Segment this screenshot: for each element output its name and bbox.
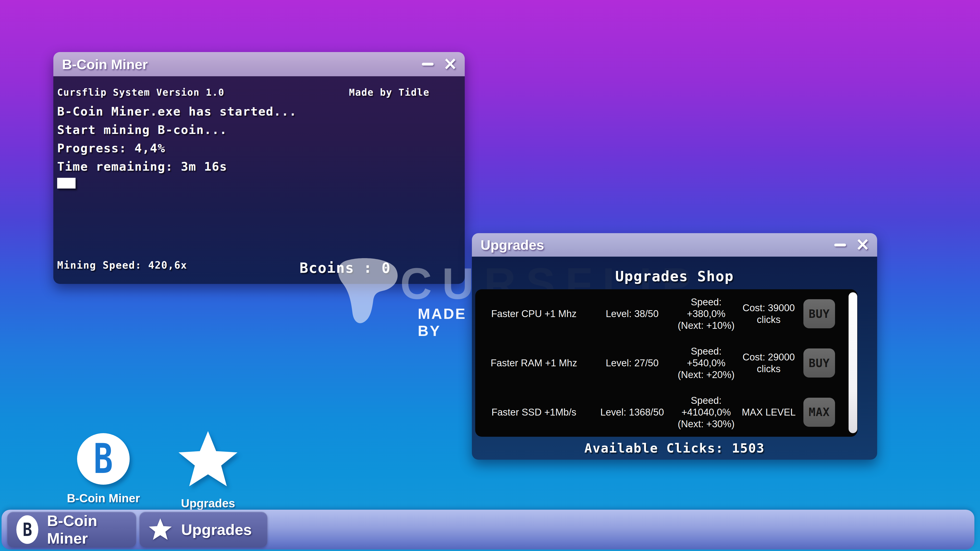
- system-version-label: Cursflip System Version 1.0: [57, 87, 224, 98]
- bcoin-icon: B: [77, 433, 130, 485]
- taskbar-item-label: Upgrades: [181, 521, 252, 538]
- speed-next-line: (Next: +30%): [672, 418, 741, 430]
- upgrades-window-controls: ✕: [834, 233, 870, 257]
- upgrade-level: Level: 38/50: [593, 308, 672, 320]
- speed-line: Speed: +540,0%: [672, 345, 741, 369]
- buy-button[interactable]: BUY: [803, 348, 835, 378]
- upgrade-speed: Speed: +380,0% (Next: +10%): [672, 296, 741, 331]
- shop-row-faster-cpu: Faster CPU +1 Mhz Level: 38/50 Speed: +3…: [475, 289, 858, 338]
- upgrade-name: Faster CPU +1 Mhz: [475, 308, 593, 320]
- max-level-label: MAX LEVEL: [741, 407, 797, 418]
- shop-row-faster-ram: Faster RAM +1 Mhz Level: 27/50 Speed: +5…: [475, 338, 858, 388]
- star-icon: [148, 518, 172, 541]
- max-button-label: MAX: [809, 406, 830, 419]
- buy-button-label: BUY: [809, 357, 830, 370]
- upgrades-window: Upgrades ✕ Upgrades Shop Faster CPU +1 M…: [472, 233, 877, 460]
- bcoin-icon: B: [16, 515, 38, 544]
- desktop-icon-bcoin-miner[interactable]: B B-Coin Miner: [60, 433, 147, 505]
- upgrade-speed: Speed: +41040,0% (Next: +30%): [672, 395, 741, 430]
- log-line-time-remaining: Time remaining: 3m 16s: [57, 157, 455, 176]
- speed-line: Speed: +380,0%: [672, 296, 741, 320]
- desktop-icon-label: Upgrades: [165, 496, 251, 510]
- upgrades-window-title: Upgrades: [472, 237, 544, 253]
- upgrade-cost: Cost: 39000 clicks: [741, 302, 797, 326]
- bcoins-counter: Bcoins : 0: [300, 259, 391, 276]
- taskbar-item-label: B-Coin Miner: [47, 512, 136, 547]
- max-button[interactable]: MAX: [803, 398, 835, 427]
- bcoin-b-glyph: B: [23, 519, 32, 540]
- upgrade-cost: MAX LEVEL: [741, 407, 797, 418]
- upgrade-cost: Cost: 29000 clicks: [741, 351, 797, 375]
- miner-window: B-Coin Miner ✕ Cursflip System Version 1…: [53, 52, 465, 284]
- miner-log: B-Coin Miner.exe has started... Start mi…: [57, 102, 455, 176]
- upgrades-titlebar[interactable]: Upgrades ✕: [472, 233, 877, 257]
- miner-window-controls: ✕: [422, 52, 457, 76]
- upgrade-speed: Speed: +540,0% (Next: +20%): [672, 345, 741, 381]
- buy-button[interactable]: BUY: [803, 299, 835, 328]
- available-clicks-counter: Available Clicks: 1503: [472, 441, 877, 456]
- cost-unit-line: clicks: [741, 363, 797, 375]
- desktop-icon-label: B-Coin Miner: [60, 491, 147, 505]
- miner-status-row: Mining Speed: 420,6x Bcoins : 0: [57, 259, 447, 276]
- minimize-button[interactable]: [422, 63, 434, 65]
- cost-unit-line: clicks: [741, 314, 797, 326]
- cost-line: Cost: 39000: [741, 302, 797, 314]
- log-line-started: B-Coin Miner.exe has started...: [57, 102, 455, 121]
- mining-speed-label: Mining Speed: 420,6x: [57, 259, 187, 271]
- star-icon: [176, 431, 240, 489]
- credit-label: Made by Tidle: [349, 87, 430, 98]
- progress-bar-chunk: [57, 178, 76, 189]
- minimize-button[interactable]: [834, 244, 846, 246]
- watermark-made-by-text: MADE BY: [418, 305, 466, 339]
- upgrade-level: Level: 27/50: [593, 357, 672, 369]
- taskbar-item-bcoin-miner[interactable]: B B-Coin Miner: [7, 512, 136, 548]
- buy-button-label: BUY: [809, 307, 830, 321]
- shop-row-faster-ssd: Faster SSD +1Mb/s Level: 1368/50 Speed: …: [475, 387, 858, 437]
- log-line-mining: Start mining B-coin...: [57, 121, 455, 139]
- taskbar: B B-Coin Miner Upgrades: [2, 510, 974, 549]
- log-line-progress: Progress: 4,4%: [57, 139, 455, 157]
- taskbar-item-upgrades[interactable]: Upgrades: [139, 512, 267, 548]
- upgrades-window-body: Upgrades Shop Faster CPU +1 Mhz Level: 3…: [472, 257, 877, 460]
- shop-title: Upgrades Shop: [472, 268, 877, 284]
- upgrade-level: Level: 1368/50: [593, 407, 672, 418]
- upgrade-name: Faster SSD +1Mb/s: [475, 407, 593, 418]
- miner-window-title: B-Coin Miner: [53, 56, 148, 72]
- speed-next-line: (Next: +20%): [672, 369, 741, 381]
- desktop-icon-upgrades[interactable]: Upgrades: [165, 431, 251, 510]
- bcoin-b-glyph: B: [94, 435, 113, 483]
- speed-next-line: (Next: +10%): [672, 320, 741, 331]
- miner-titlebar[interactable]: B-Coin Miner ✕: [53, 52, 465, 76]
- close-icon[interactable]: ✕: [443, 56, 457, 73]
- upgrade-name: Faster RAM +1 Mhz: [475, 357, 593, 369]
- cost-line: Cost: 29000: [741, 351, 797, 363]
- shop-panel: Faster CPU +1 Mhz Level: 38/50 Speed: +3…: [475, 289, 858, 437]
- miner-window-body: Cursflip System Version 1.0 Made by Tidl…: [53, 76, 465, 284]
- miner-meta-row: Cursflip System Version 1.0 Made by Tidl…: [57, 87, 430, 98]
- shop-scrollbar[interactable]: [849, 292, 857, 433]
- close-icon[interactable]: ✕: [856, 236, 870, 253]
- speed-line: Speed: +41040,0%: [672, 395, 741, 418]
